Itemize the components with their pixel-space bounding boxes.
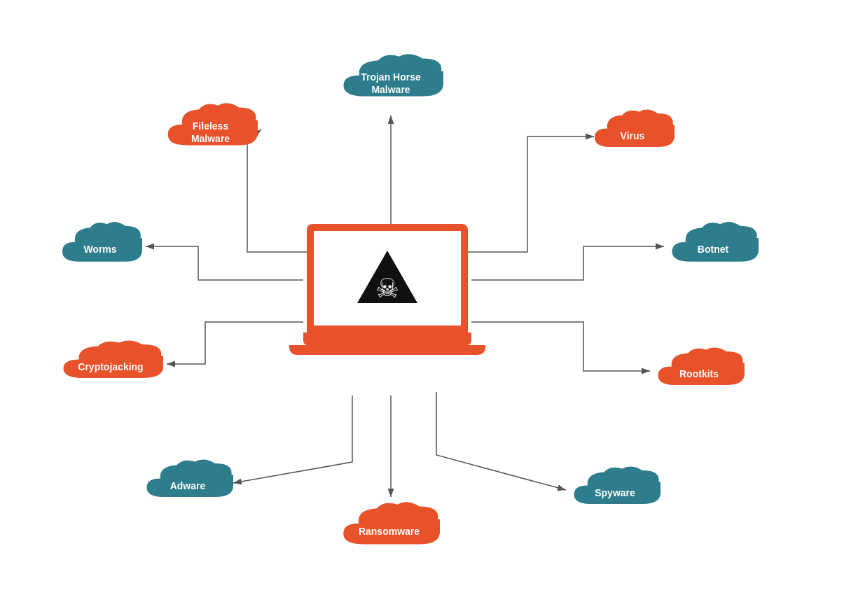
laptop-base <box>303 332 471 345</box>
svg-text:Virus: Virus <box>620 130 644 141</box>
diagram-container: ☠ Trojan HorseMalwareVirusBotnetRootkits… <box>37 21 808 595</box>
svg-text:Spyware: Spyware <box>595 487 635 498</box>
svg-text:Cryptojacking: Cryptojacking <box>78 361 143 372</box>
laptop-screen: ☠ <box>307 224 468 332</box>
cloud-fileless: FilelessMalware <box>163 98 258 161</box>
svg-text:Worms: Worms <box>83 244 116 255</box>
svg-text:Trojan Horse: Trojan Horse <box>361 71 421 83</box>
danger-icon: ☠ <box>356 247 419 310</box>
svg-text:Fileless: Fileless <box>192 120 228 132</box>
laptop-center: ☠ <box>303 224 471 345</box>
cloud-cryptojacking: Cryptojacking <box>58 336 163 392</box>
svg-text:☠: ☠ <box>375 274 399 303</box>
svg-text:Botnet: Botnet <box>697 244 728 255</box>
svg-text:Adware: Adware <box>170 480 205 491</box>
svg-text:Malware: Malware <box>371 84 410 95</box>
cloud-trojan: Trojan HorseMalware <box>338 49 443 112</box>
cloud-spyware: Spyware <box>569 462 660 518</box>
svg-text:Ransomware: Ransomware <box>358 526 419 537</box>
svg-text:Malware: Malware <box>191 133 229 144</box>
svg-text:Rootkits: Rootkits <box>679 368 719 379</box>
cloud-botnet: Botnet <box>667 217 759 276</box>
cloud-ransomware: Ransomware <box>338 497 440 560</box>
cloud-worms: Worms <box>58 217 142 276</box>
cloud-virus: Virus <box>590 105 674 161</box>
cloud-adware: Adware <box>142 455 233 511</box>
cloud-rootkits: Rootkits <box>653 343 745 399</box>
